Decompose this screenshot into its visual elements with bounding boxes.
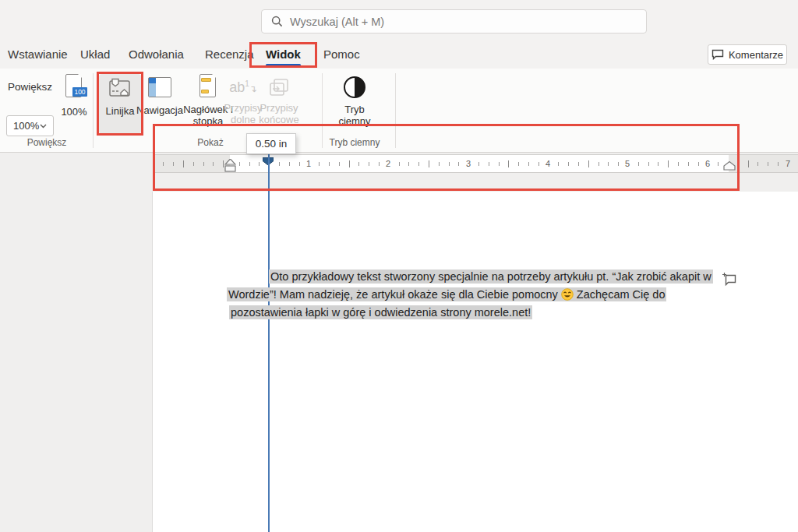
paragraph-line-1: Oto przykładowy tekst stworzony specjaln…	[269, 270, 713, 284]
tab-pomoc[interactable]: Pomoc	[323, 39, 360, 69]
ruler-number: 1	[304, 158, 313, 169]
footnotes-button: ab1↴ Przypisy dolne	[224, 74, 262, 125]
zoom-100-badge: 100	[72, 87, 87, 97]
dark-mode-label-2: ciemny	[338, 115, 370, 127]
horizontal-ruler[interactable]: 1 2 3 4 5 6 7	[154, 154, 798, 173]
ruler-number: 6	[703, 158, 712, 169]
endnotes-label-2: końcowe	[259, 114, 298, 125]
document-page[interactable]	[152, 192, 798, 532]
header-footer-icon	[198, 74, 218, 99]
tab-wstawianie[interactable]: Wstawianie	[8, 39, 68, 69]
ruler-number: 3	[464, 158, 473, 169]
chevron-down-icon	[40, 124, 47, 129]
tab-uklad[interactable]: Układ	[80, 39, 110, 69]
ruler-number: 5	[623, 158, 632, 169]
tab-odwolania[interactable]: Odwołania	[129, 39, 184, 69]
paragraph-line-3: pozostawienia łapki w górę i odwiedzenia…	[229, 305, 532, 320]
search-input[interactable]: Wyszukaj (Alt + M)	[261, 9, 647, 33]
active-tab-underline	[266, 64, 301, 66]
ruler-number: 7	[783, 158, 793, 169]
zoom-100-icon: 100	[64, 74, 84, 99]
add-comment-icon	[722, 272, 737, 287]
ruler-number: 4	[543, 158, 553, 169]
zoom-level-dropdown[interactable]: 100%	[6, 115, 54, 136]
smiley-emoji-icon	[561, 288, 574, 305]
ruler-toggle-icon	[108, 77, 132, 100]
ribbon: Powiększ 100% 100 100% Powiększ Linijk	[0, 69, 798, 153]
indent-guide-line	[268, 153, 270, 532]
comment-icon	[711, 49, 724, 60]
ruler-toggle-button[interactable]: Linijka	[99, 74, 141, 134]
zoom-100-label: 100%	[61, 106, 87, 118]
highlighted-text: Zachęcam Cię do	[575, 287, 667, 301]
group-separator	[395, 73, 396, 148]
tab-widok[interactable]: Widok	[266, 39, 301, 69]
tab-recenzja[interactable]: Recenzja	[205, 39, 254, 69]
navigation-button[interactable]: Nawigacja	[137, 74, 182, 116]
footnotes-label-2: dolne	[231, 114, 256, 125]
navigation-icon	[148, 77, 171, 97]
indent-tooltip-value: 0.50 in	[256, 138, 288, 150]
document-area: 1 2 3 4 5 6 7	[0, 153, 798, 532]
comments-button-label: Komentarze	[729, 49, 783, 61]
comments-button[interactable]: Komentarze	[708, 44, 787, 65]
ruler-half-inch-ticks	[154, 160, 798, 167]
zoom-level-value: 100%	[13, 120, 39, 132]
right-indent-marker[interactable]	[723, 160, 736, 174]
search-placeholder: Wyszukaj (Alt + M)	[290, 16, 384, 28]
zoom-100-button[interactable]: 100 100%	[56, 74, 92, 118]
highlighted-text: pozostawienia łapki w górę i odwiedzenia…	[229, 305, 532, 319]
footnotes-label-1: Przypisy	[224, 102, 262, 114]
dark-mode-label-1: Tryb	[344, 104, 365, 115]
navigation-label: Nawigacja	[136, 104, 183, 116]
endnotes-icon	[268, 74, 290, 100]
dark-mode-group-label: Tryb ciemny	[316, 137, 394, 148]
zoom-group-label: Powiększ	[8, 137, 86, 148]
title-bar: Wyszukaj (Alt + M)	[0, 0, 798, 39]
endnotes-button: Przypisy końcowe	[260, 74, 298, 125]
ribbon-tab-row: Wstawianie Układ Odwołania Recenzja Wido…	[0, 39, 798, 69]
dark-mode-icon	[344, 76, 365, 98]
ruler-number: 2	[383, 158, 393, 169]
endnotes-label-1: Przypisy	[260, 102, 298, 114]
add-comment-indicator[interactable]	[722, 272, 737, 290]
dark-mode-button[interactable]: Tryb ciemny	[334, 74, 376, 127]
highlighted-text: Oto przykładowy tekst stworzony specjaln…	[269, 270, 713, 284]
header-footer-label-2: stopka	[193, 115, 223, 127]
indent-tooltip: 0.50 in	[246, 133, 296, 154]
ruler-toggle-label: Linijka	[106, 105, 135, 117]
left-indent-marker[interactable]	[224, 159, 236, 176]
search-icon	[271, 16, 283, 27]
show-group-label: Pokaż	[171, 137, 249, 148]
group-separator	[93, 73, 94, 148]
word-window: Wyszukaj (Alt + M) Wstawianie Układ Odwo…	[0, 0, 798, 532]
footnotes-icon: ab1↴	[229, 74, 257, 100]
paragraph-line-2: Wordzie”! Mam nadzieję, że artykuł okaże…	[227, 287, 666, 305]
zoom-section-label: Powiększ	[8, 81, 52, 93]
highlighted-text: Wordzie”! Mam nadzieję, że artykuł okaże…	[227, 287, 560, 301]
